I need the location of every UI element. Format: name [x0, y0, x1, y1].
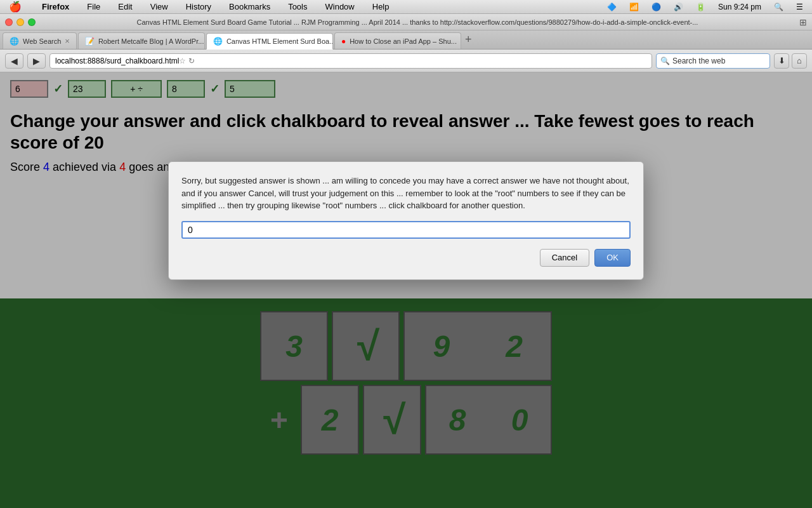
tab-canvas-surd[interactable]: 🌐 Canvas HTML Element Surd Boa... ×: [206, 33, 333, 50]
reload-icon[interactable]: ↻: [188, 57, 195, 65]
new-tab-button[interactable]: +: [462, 33, 475, 46]
tab-close-4[interactable]: ×: [461, 36, 461, 46]
clock: Sun 9:24 pm: [714, 2, 765, 12]
page-content: ✓ ✓ Change your answer and click chalkbo…: [0, 72, 812, 508]
menu-tools[interactable]: Tools: [284, 1, 311, 12]
menu-bookmarks[interactable]: Bookmarks: [225, 1, 274, 12]
dropbox-icon: 🔷: [603, 2, 620, 12]
search-icon: 🔍: [660, 57, 670, 65]
nav-right-icons: ⬇ ⌂: [774, 53, 807, 69]
close-button[interactable]: [5, 18, 13, 26]
nav-bar: ◀ ▶ localhost:8888/surd_chalkboard.html …: [0, 50, 812, 72]
apple-menu[interactable]: 🍎: [5, 0, 25, 13]
tab-favicon-2: 📝: [85, 37, 95, 46]
menu-bar: 🍎 Firefox File Edit View History Bookmar…: [0, 0, 812, 14]
menu-edit[interactable]: Edit: [114, 1, 136, 12]
dialog-buttons: Cancel OK: [181, 249, 631, 267]
menu-window[interactable]: Window: [322, 1, 358, 12]
address-text: localhost:8888/surd_chalkboard.html: [55, 57, 179, 65]
volume-icon: 🔊: [670, 2, 687, 12]
resize-icon: ⊞: [799, 17, 807, 27]
search-text: Search the web: [672, 57, 725, 65]
maximize-button[interactable]: [28, 18, 36, 26]
title-bar: Canvas HTML Element Surd Board Game Tuto…: [0, 14, 812, 30]
tab-label-1: Web Search: [23, 37, 61, 45]
address-bar[interactable]: localhost:8888/surd_chalkboard.html ☆ ↻: [49, 53, 652, 69]
minimize-button[interactable]: [16, 18, 24, 26]
dialog-overlay: Sorry, but suggested answer is shown ...…: [0, 72, 812, 508]
forward-button[interactable]: ▶: [27, 53, 46, 69]
bluetooth-icon: 🔵: [648, 2, 665, 12]
search-bar[interactable]: 🔍 Search the web: [656, 53, 770, 69]
dialog-input[interactable]: [181, 221, 631, 239]
tabs-bar: 🌐 Web Search × 📝 Robert Metcalfe Blog | …: [0, 30, 812, 50]
dialog-message: Sorry, but suggested answer is shown ...…: [181, 175, 631, 212]
tab-ipad[interactable]: ● How to Close an iPad App – Shu... ×: [334, 32, 461, 49]
tab-label-4: How to Close an iPad App – Shu...: [350, 37, 457, 45]
tab-favicon-4: ●: [341, 37, 346, 46]
back-button[interactable]: ◀: [5, 53, 23, 69]
browser-chrome: Canvas HTML Element Surd Board Game Tuto…: [0, 14, 812, 72]
cancel-button[interactable]: Cancel: [540, 249, 589, 267]
tab-web-search[interactable]: 🌐 Web Search ×: [3, 32, 77, 49]
tab-favicon-1: 🌐: [10, 37, 19, 46]
menu-help[interactable]: Help: [369, 1, 393, 12]
spotlight-icon[interactable]: 🔍: [770, 2, 787, 12]
home-icon[interactable]: ⌂: [792, 53, 807, 69]
tab-close-1[interactable]: ×: [65, 36, 70, 46]
ok-button[interactable]: OK: [594, 249, 631, 267]
bookmark-star-icon[interactable]: ☆: [179, 57, 186, 65]
address-icons: ☆ ↻: [179, 57, 195, 65]
battery-icon: 🔋: [692, 2, 709, 12]
tab-robert-metcalfe[interactable]: 📝 Robert Metcalfe Blog | A WordPr... ×: [78, 32, 205, 49]
menubar-right: 🔷 📶 🔵 🔊 🔋 Sun 9:24 pm 🔍 ☰: [603, 2, 807, 12]
menu-view[interactable]: View: [147, 1, 172, 12]
title-right-icons: ⊞: [799, 17, 807, 27]
tab-favicon-3: 🌐: [213, 37, 223, 46]
downloads-icon[interactable]: ⬇: [774, 53, 789, 69]
menu-history[interactable]: History: [182, 1, 215, 12]
window-title: Canvas HTML Element Surd Board Game Tuto…: [39, 18, 796, 26]
menu-file[interactable]: File: [83, 1, 104, 12]
dialog: Sorry, but suggested answer is shown ...…: [168, 161, 644, 280]
notification-icon[interactable]: ☰: [792, 2, 807, 12]
menu-firefox[interactable]: Firefox: [38, 1, 73, 12]
tab-label-2: Robert Metcalfe Blog | A WordPr...: [98, 37, 204, 45]
tab-label-3: Canvas HTML Element Surd Boa...: [226, 37, 333, 45]
wifi-icon: 📶: [625, 2, 643, 12]
